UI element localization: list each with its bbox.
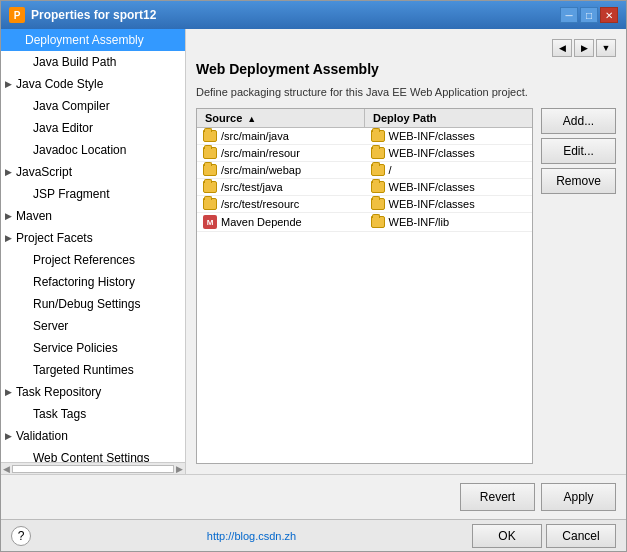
expand-arrow-6: ▶: [5, 163, 12, 181]
sidebar-item-java-code-style[interactable]: ▶ Java Code Style: [1, 73, 185, 95]
source-path: /src/test/resourc: [221, 198, 299, 210]
source-cell: /src/main/resour: [197, 145, 365, 161]
table-row[interactable]: M Maven Depende WEB-INF/lib: [197, 213, 532, 232]
watermark: http://blog.csdn.zh: [31, 530, 472, 542]
minimize-button[interactable]: ─: [560, 7, 578, 23]
sidebar-item-targeted-runtimes[interactable]: Targeted Runtimes: [1, 359, 185, 381]
properties-window: P Properties for sport12 ─ □ ✕ Deploymen…: [0, 0, 627, 552]
sidebar-item-label-12: Run/Debug Settings: [33, 297, 140, 311]
table-row[interactable]: /src/main/webap /: [197, 162, 532, 179]
table-body[interactable]: /src/main/java WEB-INF/classes /src/main…: [197, 128, 532, 463]
revert-button[interactable]: Revert: [460, 483, 535, 511]
sidebar-item-label-11: Refactoring History: [33, 275, 135, 289]
right-panel: ◀ ▶ ▼ Web Deployment Assembly Define pac…: [186, 29, 626, 474]
back-button[interactable]: ◀: [552, 39, 572, 57]
deploy-cell: WEB-INF/classes: [365, 179, 533, 195]
sidebar-item-label-19: Web Content Settings: [33, 451, 150, 462]
deploy-path: WEB-INF/classes: [389, 198, 475, 210]
sidebar-item-label-9: Project Facets: [16, 229, 93, 247]
sidebar-item-label-0: Deployment Assembly: [25, 33, 144, 47]
maximize-button[interactable]: □: [580, 7, 598, 23]
sort-icon: ▲: [247, 114, 256, 124]
table-row[interactable]: /src/main/java WEB-INF/classes: [197, 128, 532, 145]
sidebar-item-javadoc-location[interactable]: Javadoc Location: [1, 139, 185, 161]
folder-icon: [203, 147, 217, 159]
sidebar-item-service-policies[interactable]: Service Policies: [1, 337, 185, 359]
folder-icon: [203, 198, 217, 210]
close-button[interactable]: ✕: [600, 7, 618, 23]
deploy-path: /: [389, 164, 392, 176]
deploy-path: WEB-INF/lib: [389, 216, 450, 228]
title-bar-left: P Properties for sport12: [9, 7, 156, 23]
sidebar-item-task-repository[interactable]: ▶ Task Repository: [1, 381, 185, 403]
source-cell: /src/test/java: [197, 179, 365, 195]
sidebar-item-project-references[interactable]: Project References: [1, 249, 185, 271]
sidebar-hscroll[interactable]: ◀ ▶: [1, 462, 185, 474]
folder-icon: [371, 181, 385, 193]
sidebar-item-server[interactable]: Server: [1, 315, 185, 337]
source-cell: M Maven Depende: [197, 213, 365, 231]
sidebar-item-label-7: JSP Fragment: [33, 187, 109, 201]
deploy-cell: WEB-INF/lib: [365, 213, 533, 231]
folder-icon: [371, 130, 385, 142]
source-path: /src/test/java: [221, 181, 283, 193]
folder-icon: [371, 216, 385, 228]
help-button[interactable]: ?: [11, 526, 31, 546]
sidebar-item-java-editor[interactable]: Java Editor: [1, 117, 185, 139]
table-row[interactable]: /src/test/resourc WEB-INF/classes: [197, 196, 532, 213]
sidebar-item-label-6: JavaScript: [16, 163, 72, 181]
expand-arrow-2: ▶: [5, 75, 12, 93]
deploy-cell: WEB-INF/classes: [365, 196, 533, 212]
sidebar-item-java-compiler[interactable]: Java Compiler: [1, 95, 185, 117]
sidebar-item-label-13: Server: [33, 319, 68, 333]
sidebar-item-web-content-settings[interactable]: Web Content Settings: [1, 447, 185, 462]
nav-arrows: ◀ ▶ ▼: [196, 39, 616, 57]
sidebar-item-javascript[interactable]: ▶ JavaScript: [1, 161, 185, 183]
sidebar-scroll-area: Deployment AssemblyJava Build Path ▶ Jav…: [1, 29, 185, 462]
sidebar-item-project-facets[interactable]: ▶ Project Facets: [1, 227, 185, 249]
sidebar-item-java-build-path[interactable]: Java Build Path: [1, 51, 185, 73]
maven-icon: M: [203, 215, 217, 229]
sidebar-item-refactoring-history[interactable]: Refactoring History: [1, 271, 185, 293]
add-button[interactable]: Add...: [541, 108, 616, 134]
sidebar-item-label-1: Java Build Path: [33, 55, 116, 69]
panel-description: Define packaging structure for this Java…: [196, 85, 616, 100]
apply-button[interactable]: Apply: [541, 483, 616, 511]
sidebar-item-task-tags[interactable]: Task Tags: [1, 403, 185, 425]
sidebar-item-maven[interactable]: ▶ Maven: [1, 205, 185, 227]
main-content: Deployment AssemblyJava Build Path ▶ Jav…: [1, 29, 626, 474]
sidebar-item-run-debug-settings[interactable]: Run/Debug Settings: [1, 293, 185, 315]
folder-icon: [371, 147, 385, 159]
sidebar-item-label-5: Javadoc Location: [33, 143, 126, 157]
source-path: /src/main/java: [221, 130, 289, 142]
sidebar-list: Deployment AssemblyJava Build Path ▶ Jav…: [1, 29, 185, 462]
sidebar-item-label-2: Java Code Style: [16, 75, 103, 93]
cancel-button[interactable]: Cancel: [546, 524, 616, 548]
source-table: Source ▲ Deploy Path /src/main/java WEB-…: [196, 108, 533, 464]
sidebar: Deployment AssemblyJava Build Path ▶ Jav…: [1, 29, 186, 474]
sidebar-item-label-3: Java Compiler: [33, 99, 110, 113]
table-row[interactable]: /src/main/resour WEB-INF/classes: [197, 145, 532, 162]
deploy-cell: WEB-INF/classes: [365, 145, 533, 161]
table-row[interactable]: /src/test/java WEB-INF/classes: [197, 179, 532, 196]
remove-button[interactable]: Remove: [541, 168, 616, 194]
sidebar-item-jsp-fragment[interactable]: JSP Fragment: [1, 183, 185, 205]
folder-icon: [203, 130, 217, 142]
table-area: Source ▲ Deploy Path /src/main/java WEB-…: [196, 108, 616, 464]
forward-button[interactable]: ▶: [574, 39, 594, 57]
expand-arrow-9: ▶: [5, 229, 12, 247]
side-buttons: Add... Edit... Remove: [541, 108, 616, 464]
deploy-path: WEB-INF/classes: [389, 147, 475, 159]
table-header: Source ▲ Deploy Path: [197, 109, 532, 128]
sidebar-item-validation[interactable]: ▶ Validation: [1, 425, 185, 447]
folder-icon: [371, 198, 385, 210]
ok-button[interactable]: OK: [472, 524, 542, 548]
title-bar: P Properties for sport12 ─ □ ✕: [1, 1, 626, 29]
sidebar-item-label-17: Task Tags: [33, 407, 86, 421]
source-path: /src/main/webap: [221, 164, 301, 176]
dropdown-button[interactable]: ▼: [596, 39, 616, 57]
folder-icon: [203, 181, 217, 193]
edit-button[interactable]: Edit...: [541, 138, 616, 164]
sidebar-item-deployment-assembly[interactable]: Deployment Assembly: [1, 29, 185, 51]
deploy-cell: /: [365, 162, 533, 178]
